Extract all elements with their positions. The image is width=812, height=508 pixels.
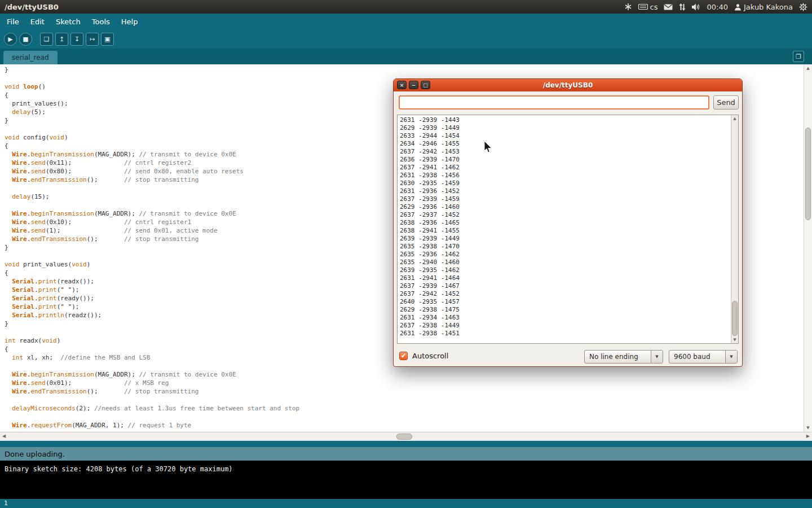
menu-tools[interactable]: Tools xyxy=(86,15,116,29)
serial-scrollbar[interactable]: ▲ ▼ xyxy=(731,115,738,343)
keyboard-layout-label: cs xyxy=(650,3,658,11)
editor-horizontal-scrollbar[interactable]: ◀ ▶ xyxy=(0,432,812,441)
username-label: Jakub Kakona xyxy=(744,3,793,11)
save-sketch-button[interactable]: ↧ xyxy=(70,33,83,46)
menu-edit[interactable]: Edit xyxy=(25,15,50,29)
editor-vertical-scrollbar[interactable]: ▲ ▼ xyxy=(804,64,812,432)
code-line: } xyxy=(5,65,812,74)
scroll-down-icon[interactable]: ▼ xyxy=(731,338,738,342)
upload-button[interactable]: ↦ xyxy=(86,33,99,46)
chevron-down-icon[interactable]: ▼ xyxy=(725,351,737,363)
maximize-icon[interactable]: □ xyxy=(421,81,430,89)
status-divider xyxy=(0,441,812,447)
minimize-icon[interactable]: − xyxy=(409,81,418,89)
mouse-cursor xyxy=(484,141,493,154)
serial-monitor-button[interactable]: ▣ xyxy=(101,33,114,46)
serial-monitor-icon: ▣ xyxy=(104,36,110,43)
tab-bar: serial_read ❐ xyxy=(0,49,812,64)
user-menu[interactable]: Jakub Kakona xyxy=(734,3,793,11)
status-message: Done uploading. xyxy=(5,450,65,458)
tab-serial-read[interactable]: serial_read xyxy=(3,51,58,64)
chevron-down-icon[interactable]: ▼ xyxy=(651,351,663,363)
editor-scrollbar-thumb[interactable] xyxy=(805,128,811,220)
baud-rate-value: 9600 baud xyxy=(669,351,725,363)
upload-icon: ↦ xyxy=(90,36,95,43)
code-line xyxy=(5,396,812,404)
verify-button[interactable]: ▶ xyxy=(4,33,17,46)
system-tray: cs 00:40 Jakub Kakona xyxy=(624,3,807,11)
autoscroll-checkbox[interactable]: ✔ xyxy=(399,352,408,360)
volume-icon[interactable] xyxy=(692,3,700,11)
code-line xyxy=(5,413,812,421)
serial-monitor-window: × − □ /dev/ttyUSB0 Send 2631 -2939 -1443… xyxy=(393,78,743,367)
menu-help[interactable]: Help xyxy=(116,15,144,29)
serial-window-titlebar[interactable]: × − □ /dev/ttyUSB0 xyxy=(394,79,742,91)
window-controls: × − □ xyxy=(397,81,430,89)
serial-output-area[interactable]: 2631 -2939 -1443 2629 -2939 -1449 2633 -… xyxy=(397,115,739,344)
tab-menu-icon[interactable]: ❐ xyxy=(793,51,804,62)
build-console: Binary sketch size: 4208 bytes (of a 307… xyxy=(0,461,812,499)
save-sketch-icon: ↧ xyxy=(74,36,80,43)
code-line: Wire.endTransmission(); // stop transmit… xyxy=(5,387,812,396)
clock[interactable]: 00:40 xyxy=(707,3,727,11)
keyboard-layout-indicator[interactable]: cs xyxy=(638,3,658,11)
scroll-right-icon[interactable]: ▶ xyxy=(806,433,810,439)
code-line: Wire.requestFrom(MAG_ADDR, 1); // reques… xyxy=(5,421,812,430)
scroll-left-icon[interactable]: ◀ xyxy=(2,433,6,439)
line-ending-dropdown[interactable]: No line ending ▼ xyxy=(584,350,663,364)
close-icon[interactable]: × xyxy=(397,81,407,89)
code-line: Wire.send(0x01); // x MSB reg xyxy=(5,379,812,387)
autoscroll-label: Autoscroll xyxy=(412,352,448,360)
indicator-icon[interactable] xyxy=(624,3,632,11)
scroll-up-icon[interactable]: ▲ xyxy=(731,116,738,121)
serial-output-lines: 2631 -2939 -1443 2629 -2939 -1449 2633 -… xyxy=(400,116,460,338)
scroll-down-icon[interactable]: ▼ xyxy=(804,426,812,430)
scroll-up-icon[interactable]: ▲ xyxy=(804,66,812,71)
verify-icon: ▶ xyxy=(8,36,12,43)
horizontal-scrollbar-thumb[interactable] xyxy=(396,433,412,440)
console-line: Binary sketch size: 4208 bytes (of a 307… xyxy=(5,465,807,474)
gear-icon[interactable] xyxy=(799,3,807,11)
open-sketch-icon: ↥ xyxy=(59,36,64,43)
menu-sketch[interactable]: Sketch xyxy=(50,15,86,29)
user-icon xyxy=(734,3,742,11)
stop-button[interactable]: ■ xyxy=(19,33,32,46)
mail-icon[interactable] xyxy=(664,4,673,10)
new-sketch-button[interactable]: ❏ xyxy=(40,33,53,46)
panel-window-title: /dev/ttyUSB0 xyxy=(5,3,59,11)
menu-bar: FileEditSketchToolsHelp xyxy=(0,14,812,29)
network-sync-icon[interactable] xyxy=(679,3,686,11)
code-line: Wire.beginTransmission(MAG_ADDR); // tra… xyxy=(5,370,812,379)
line-number-indicator: 1 xyxy=(4,500,8,507)
line-ending-value: No line ending xyxy=(585,351,651,363)
desktop: /dev/ttyUSB0 cs 00:40 Jaku xyxy=(0,0,812,508)
menu-file[interactable]: File xyxy=(1,15,25,29)
new-sketch-icon: ❏ xyxy=(44,36,50,43)
tab-label: serial_read xyxy=(12,54,49,62)
code-line: delayMicroseconds(2); //needs at least 1… xyxy=(5,404,812,413)
serial-send-input[interactable] xyxy=(399,95,709,110)
stop-icon: ■ xyxy=(23,36,28,43)
baud-rate-dropdown[interactable]: 9600 baud ▼ xyxy=(669,350,738,364)
serial-controls: ✔ Autoscroll No line ending ▼ 9600 baud … xyxy=(394,349,742,365)
footer-bar: 1 xyxy=(0,499,812,508)
send-button[interactable]: Send xyxy=(713,95,739,110)
serial-scrollbar-thumb[interactable] xyxy=(732,301,738,336)
top-panel: /dev/ttyUSB0 cs 00:40 Jaku xyxy=(0,0,812,14)
status-bar: Done uploading. xyxy=(0,447,812,461)
open-sketch-button[interactable]: ↥ xyxy=(55,33,68,46)
clock-label: 00:40 xyxy=(707,3,727,11)
serial-window-title: /dev/ttyUSB0 xyxy=(543,81,593,89)
toolbar: ▶■❏↥↧↦▣ xyxy=(0,29,812,49)
